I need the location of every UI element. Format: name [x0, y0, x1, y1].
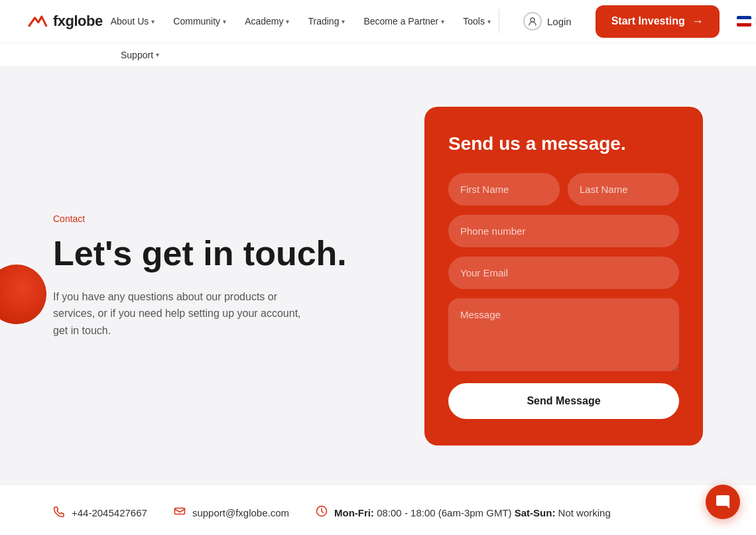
user-icon: [523, 12, 542, 30]
nav-item-about[interactable]: About Us ▾: [103, 11, 163, 32]
clock-icon: [316, 505, 328, 520]
login-button[interactable]: Login: [510, 7, 585, 36]
hours-item: Mon-Fri: 08:00 - 18:00 (6am-3pm GMT) Sat…: [316, 505, 611, 520]
nav-item-trading[interactable]: Trading ▾: [300, 11, 353, 32]
phone-number: +44-2045427667: [72, 507, 147, 518]
hero-section: Contact Let's get in touch. If you have …: [0, 67, 756, 485]
chevron-down-icon: ▾: [223, 18, 226, 25]
nav-item-tools[interactable]: Tools ▾: [455, 11, 499, 32]
decorative-blob: [0, 265, 46, 324]
chevron-down-icon: ▾: [342, 18, 345, 25]
header: fxglobe About Us ▾ Community ▾ Academy ▾…: [0, 0, 756, 67]
chat-bubble-button[interactable]: [706, 485, 740, 519]
email-address: support@fxglobe.com: [192, 507, 289, 518]
email-row: [448, 257, 679, 289]
phone-row: [448, 215, 679, 247]
phone-item: +44-2045427667: [53, 505, 147, 520]
logo-icon: [27, 13, 48, 29]
send-message-button[interactable]: Send Message: [448, 383, 679, 419]
chevron-down-icon: ▾: [441, 18, 444, 25]
contact-label: Contact: [53, 213, 347, 224]
arrow-right-icon: →: [692, 15, 704, 29]
main-nav: About Us ▾ Community ▾ Academy ▾ Trading…: [103, 11, 499, 32]
language-button[interactable]: EN ▾: [730, 12, 756, 30]
logo-label: fxglobe: [53, 13, 103, 30]
last-name-input[interactable]: [568, 173, 679, 206]
hero-description: If you have any questions about our prod…: [53, 288, 318, 339]
start-investing-button[interactable]: Start Investing →: [596, 5, 720, 38]
hours-text: Mon-Fri: 08:00 - 18:00 (6am-3pm GMT) Sat…: [334, 507, 611, 518]
message-textarea[interactable]: [448, 298, 679, 371]
chevron-down-icon: ▾: [151, 18, 155, 25]
chat-icon: [715, 494, 731, 510]
chevron-down-icon: ▾: [286, 18, 289, 25]
flag-icon: [737, 16, 751, 27]
form-title: Send us a message.: [448, 133, 679, 154]
nav-item-support[interactable]: Support ▾: [113, 44, 167, 66]
header-top: fxglobe About Us ▾ Community ▾ Academy ▾…: [0, 0, 756, 42]
email-icon: [174, 505, 186, 520]
chevron-down-icon: ▾: [156, 51, 159, 58]
contact-strip: +44-2045427667 support@fxglobe.com Mon-F…: [0, 485, 756, 535]
nav-item-academy[interactable]: Academy ▾: [237, 11, 297, 32]
divider: [499, 9, 499, 33]
first-name-input[interactable]: [448, 173, 560, 206]
header-bottom: Support ▾: [0, 42, 756, 66]
nav-item-partner[interactable]: Become a Partner ▾: [355, 11, 452, 32]
phone-icon: [53, 505, 65, 520]
hero-left: Contact Let's get in touch. If you have …: [53, 213, 347, 339]
contact-form-card: Send us a message. Send Message: [424, 107, 703, 446]
header-right: Login Start Investing → EN ▾: [499, 5, 756, 38]
svg-point-0: [531, 18, 535, 22]
logo[interactable]: fxglobe: [27, 13, 103, 30]
chevron-down-icon: ▾: [487, 18, 491, 25]
phone-input[interactable]: [448, 215, 679, 247]
hero-title: Let's get in touch.: [53, 235, 347, 272]
name-row: [448, 173, 679, 206]
nav-item-community[interactable]: Community ▾: [165, 11, 234, 32]
email-input[interactable]: [448, 257, 679, 289]
svg-rect-1: [174, 508, 184, 514]
email-item: support@fxglobe.com: [174, 505, 289, 520]
